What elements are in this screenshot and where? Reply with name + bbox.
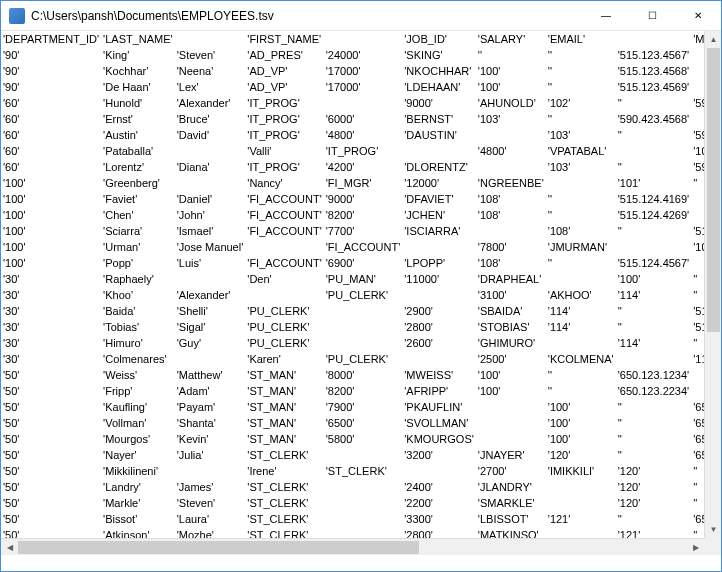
cell[interactable] <box>175 143 246 159</box>
cell[interactable]: '30' <box>1 351 101 367</box>
cell[interactable] <box>616 143 692 159</box>
cell[interactable] <box>324 319 402 335</box>
cell[interactable]: 'Neena' <box>175 63 246 79</box>
cell[interactable]: 'AKHOO' <box>546 287 616 303</box>
cell[interactable]: 'ST_MAN' <box>245 367 323 383</box>
cell[interactable]: '50' <box>1 511 101 527</box>
table-row[interactable]: '50''Kaufling''Payam''ST_MAN''7900''PKAU… <box>1 399 721 415</box>
cell[interactable] <box>616 239 692 255</box>
cell[interactable]: 'PU_CLERK' <box>324 287 402 303</box>
cell[interactable]: '515.123.4568' <box>616 63 692 79</box>
cell[interactable] <box>546 271 616 287</box>
cell[interactable]: 'Tobias' <box>101 319 175 335</box>
cell[interactable]: 'KMOURGOS' <box>402 431 476 447</box>
table-row[interactable]: '100''Popp''Luis''FI_ACCOUNT''6900''LPOP… <box>1 255 721 271</box>
cell[interactable]: '50' <box>1 495 101 511</box>
cell[interactable]: '108' <box>476 255 546 271</box>
cell[interactable]: 'GHIMURO' <box>476 335 546 351</box>
cell[interactable]: '3300' <box>402 511 476 527</box>
cell[interactable]: '' <box>616 95 692 111</box>
cell[interactable]: '108' <box>476 191 546 207</box>
cell[interactable]: '60' <box>1 95 101 111</box>
cell[interactable]: '103' <box>476 111 546 127</box>
cell[interactable]: '120' <box>616 495 692 511</box>
cell[interactable]: 'BERNST' <box>402 111 476 127</box>
cell[interactable]: 'ST_CLERK' <box>245 447 323 463</box>
table-row[interactable]: '90''King''Steven''AD_PRES''24000''SKING… <box>1 47 721 63</box>
cell[interactable]: 'De Haan' <box>101 79 175 95</box>
cell[interactable] <box>245 287 323 303</box>
cell[interactable]: '90' <box>1 79 101 95</box>
cell[interactable]: '4200' <box>324 159 402 175</box>
table-row[interactable]: '30''Himuro''Guy''PU_CLERK''2600''GHIMUR… <box>1 335 721 351</box>
cell[interactable]: 'Mikkilineni' <box>101 463 175 479</box>
cell[interactable]: '6900' <box>324 255 402 271</box>
cell[interactable]: 'Laura' <box>175 511 246 527</box>
cell[interactable]: 'KCOLMENA' <box>546 351 616 367</box>
cell[interactable] <box>324 447 402 463</box>
cell[interactable]: '50' <box>1 479 101 495</box>
cell[interactable]: '30' <box>1 271 101 287</box>
cell[interactable]: '100' <box>476 367 546 383</box>
cell[interactable] <box>324 303 402 319</box>
cell[interactable]: 'FI_ACCOUNT' <box>245 255 323 271</box>
cell[interactable]: 'MWEISS' <box>402 367 476 383</box>
cell[interactable]: 'Lex' <box>175 79 246 95</box>
cell[interactable]: 'IMIKKILI' <box>546 463 616 479</box>
cell[interactable]: '7800' <box>476 239 546 255</box>
cell[interactable]: '101' <box>616 175 692 191</box>
close-button[interactable]: ✕ <box>675 1 721 30</box>
table-row[interactable]: '100''Sciarra''Ismael''FI_ACCOUNT''7700'… <box>1 223 721 239</box>
cell[interactable]: '50' <box>1 399 101 415</box>
cell[interactable]: 'PU_CLERK' <box>324 351 402 367</box>
cell[interactable]: 'Hunold' <box>101 95 175 111</box>
cell[interactable]: 'Luis' <box>175 255 246 271</box>
cell[interactable]: '60' <box>1 127 101 143</box>
cell[interactable]: 'Jose Manuel' <box>175 239 246 255</box>
cell[interactable]: '100' <box>476 63 546 79</box>
cell[interactable] <box>476 127 546 143</box>
cell[interactable]: 'Pataballa' <box>101 143 175 159</box>
cell[interactable] <box>402 239 476 255</box>
table-row[interactable]: '50''Weiss''Matthew''ST_MAN''8000''MWEIS… <box>1 367 721 383</box>
cell[interactable]: 'James' <box>175 479 246 495</box>
cell[interactable]: '100' <box>546 431 616 447</box>
cell[interactable]: 'SKING' <box>402 47 476 63</box>
table-row[interactable]: '60''Pataballa''Valli''IT_PROG''4800''VP… <box>1 143 721 159</box>
data-grid[interactable]: 'DEPARTMENT_ID''LAST_NAME''FIRST_NAME''J… <box>1 31 721 555</box>
cell[interactable]: '2400' <box>402 479 476 495</box>
cell[interactable]: '9000' <box>402 95 476 111</box>
cell[interactable]: '90' <box>1 47 101 63</box>
cell[interactable] <box>402 463 476 479</box>
scroll-up-button[interactable]: ▲ <box>705 31 721 48</box>
cell[interactable]: '2800' <box>402 319 476 335</box>
cell[interactable]: '50' <box>1 447 101 463</box>
cell[interactable]: '' <box>616 447 692 463</box>
cell[interactable]: '515.124.4567' <box>616 255 692 271</box>
cell[interactable]: '100' <box>476 79 546 95</box>
cell[interactable]: 'LDEHAAN' <box>402 79 476 95</box>
horizontal-scrollbar[interactable]: ◀ ▶ <box>1 538 704 555</box>
cell[interactable]: 'IT_PROG' <box>245 159 323 175</box>
cell[interactable]: 'Kevin' <box>175 431 246 447</box>
cell[interactable]: 'Nayer' <box>101 447 175 463</box>
cell[interactable]: 'Fripp' <box>101 383 175 399</box>
cell[interactable]: 'Kochhar' <box>101 63 175 79</box>
scroll-down-button[interactable]: ▼ <box>705 521 721 538</box>
table-row[interactable]: '50''Vollman''Shanta''ST_MAN''6500''SVOL… <box>1 415 721 431</box>
cell[interactable]: '' <box>616 399 692 415</box>
cell[interactable]: '12000' <box>402 175 476 191</box>
cell[interactable]: 'ST_MAN' <box>245 399 323 415</box>
cell[interactable]: '' <box>546 63 616 79</box>
cell[interactable]: 'Daniel' <box>175 191 246 207</box>
table-row[interactable]: '60''Lorentz''Diana''IT_PROG''4200''DLOR… <box>1 159 721 175</box>
cell[interactable]: 'ST_CLERK' <box>245 479 323 495</box>
table-row[interactable]: '50''Mikkilineni''Irene''ST_CLERK''2700'… <box>1 463 721 479</box>
titlebar[interactable]: C:\Users\pansh\Documents\EMPLOYEES.tsv —… <box>1 1 721 31</box>
cell[interactable]: '' <box>616 415 692 431</box>
cell[interactable]: '' <box>616 159 692 175</box>
table-row[interactable]: '30''Khoo''Alexander''PU_CLERK''3100''AK… <box>1 287 721 303</box>
cell[interactable]: '7700' <box>324 223 402 239</box>
cell[interactable]: '114' <box>616 287 692 303</box>
cell[interactable]: '3100' <box>476 287 546 303</box>
